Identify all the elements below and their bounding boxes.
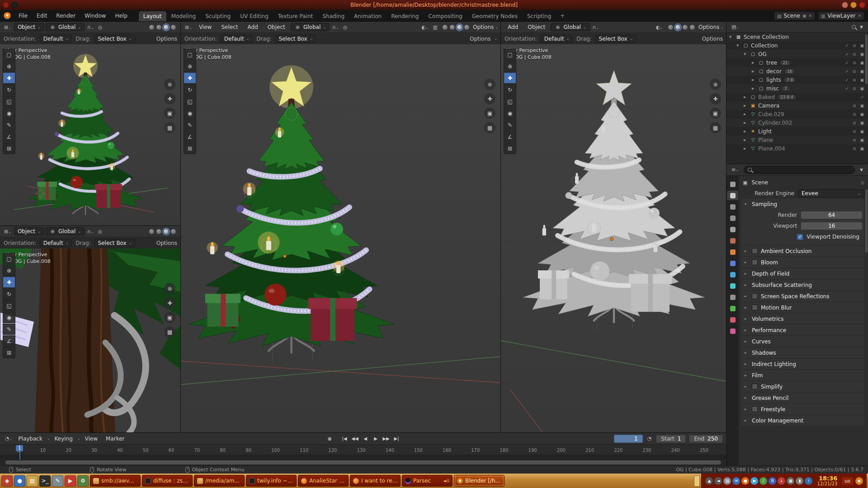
editor-type-icon[interactable]: ◔⌄: [4, 436, 14, 441]
tool-scale[interactable]: ◱: [184, 96, 196, 107]
section-bloom[interactable]: Bloom: [741, 257, 864, 267]
editor-type-icon[interactable]: ⊞⌄: [184, 24, 193, 30]
tool-transform[interactable]: ◉: [3, 108, 15, 119]
section-motion-blur[interactable]: Motion Blur: [741, 302, 864, 313]
expand-arrow-icon[interactable]: [745, 385, 749, 389]
row-label[interactable]: Plane: [758, 137, 773, 143]
tool-add-cube[interactable]: ⊞: [3, 347, 15, 358]
shading-solid-icon[interactable]: [156, 229, 162, 235]
expand-arrow-icon[interactable]: [745, 407, 749, 411]
tool-select-box[interactable]: ▢: [3, 253, 15, 264]
section-checkbox[interactable]: [752, 305, 758, 310]
tool-annotate[interactable]: ✎: [3, 324, 15, 335]
orientation-value-dropdown[interactable]: Default⌄: [541, 35, 573, 43]
viewport-canvas[interactable]: User Perspective (1) OG | Cube.008 ▢⊕✚↻◱…: [0, 44, 181, 226]
orientation-dropdown[interactable]: ⊕Global⌄: [46, 227, 85, 235]
menu-playback[interactable]: Playback: [14, 435, 46, 443]
orientation-dropdown[interactable]: ⊕Global⌄: [46, 23, 85, 31]
properties-scrollbar[interactable]: [865, 189, 868, 253]
tool-cursor[interactable]: ⊕: [504, 61, 516, 72]
outliner-row[interactable]: ▶ ▽ Plane ⊙ ▣: [726, 136, 868, 144]
properties-tab-render[interactable]: [727, 191, 738, 200]
launcher-settings[interactable]: ⚙: [77, 475, 89, 487]
properties-tab-texture[interactable]: [727, 326, 738, 336]
row-visibility-toggles[interactable]: ⊙ ▣: [853, 112, 865, 117]
expand-arrow-icon[interactable]: ▼: [744, 52, 750, 56]
launcher-editor[interactable]: ✎: [52, 475, 63, 487]
tool-move[interactable]: ✚: [184, 72, 196, 84]
row-visibility-toggles[interactable]: ✓ ⊙ ▣: [845, 78, 865, 82]
expand-arrow-icon[interactable]: ▶: [744, 121, 750, 125]
tool-add-cube[interactable]: ⊞: [504, 143, 516, 154]
drag-value-dropdown[interactable]: Select Box⌄: [595, 35, 637, 43]
window-pin-button[interactable]: [11, 2, 18, 8]
tool-rotate[interactable]: ↻: [3, 84, 15, 95]
shading-rendered-icon[interactable]: [464, 24, 470, 30]
taskbar-window-media[interactable]: /media/am...: [194, 475, 245, 487]
tray-messenger-icon[interactable]: ▶: [750, 477, 758, 485]
play-reverse-button[interactable]: ◀: [360, 434, 370, 443]
options-button[interactable]: Options: [156, 36, 177, 42]
menu-add[interactable]: Add: [243, 23, 262, 31]
nav-ortho-toggle-icon[interactable]: ▦: [164, 326, 175, 338]
section-checkbox[interactable]: [752, 259, 758, 265]
menu-view[interactable]: View: [195, 23, 216, 31]
row-label[interactable]: Plane.004: [758, 145, 785, 152]
launcher-files[interactable]: ▤: [27, 475, 38, 487]
tool-select-box[interactable]: ▢: [504, 49, 516, 60]
shading-material-icon[interactable]: [163, 229, 169, 235]
expand-arrow-icon[interactable]: ▶: [752, 61, 758, 65]
orientation-dropdown[interactable]: ⊕Global⌄: [291, 23, 330, 31]
outliner-row[interactable]: ▶ ▢ lights 7 8 ✓ ⊙ ▣: [726, 75, 868, 84]
next-keyframe-button[interactable]: ▶▶: [381, 434, 391, 443]
xray-icon[interactable]: ▥: [432, 24, 439, 30]
overlays-icon[interactable]: ◐⌄: [655, 24, 665, 30]
blender-logo[interactable]: [4, 12, 11, 19]
options-button[interactable]: Options: [473, 24, 494, 30]
tool-scale[interactable]: ◱: [3, 96, 15, 107]
workspace-tab[interactable]: Geometry Nodes: [467, 11, 522, 22]
menu-edit[interactable]: Edit: [33, 12, 51, 20]
viewport-denoising-checkbox[interactable]: [797, 234, 803, 240]
tray-bluetooth-icon[interactable]: B: [769, 477, 776, 485]
shading-wireframe-icon[interactable]: [149, 229, 155, 235]
properties-tab-tool[interactable]: [727, 179, 738, 189]
menu-render[interactable]: Render: [52, 12, 80, 20]
tool-annotate[interactable]: ✎: [504, 119, 516, 131]
outliner-row[interactable]: ▶ ▢ decor 16 ✓ ⊙ ▣: [726, 67, 868, 75]
outliner-row[interactable]: ▼ ▦ Scene Collection: [726, 33, 868, 41]
nav-camera-view-icon[interactable]: ▣: [164, 312, 175, 323]
row-visibility-toggles[interactable]: ✓ ⊙ ▣: [845, 86, 865, 91]
expand-arrow-icon[interactable]: [745, 339, 749, 343]
tool-measure[interactable]: ∠: [184, 131, 196, 142]
expand-arrow-icon[interactable]: [745, 328, 749, 332]
clock[interactable]: 18:36 12/21/23: [817, 475, 837, 486]
shading-wireframe-icon[interactable]: [149, 24, 155, 30]
row-label[interactable]: OG: [758, 51, 767, 57]
section-checkbox[interactable]: [752, 406, 758, 412]
filter-icon[interactable]: ▼: [859, 168, 864, 172]
filter-icon[interactable]: ▼: [859, 25, 864, 29]
tray-battery-icon[interactable]: ▮: [796, 477, 803, 485]
expand-arrow-icon[interactable]: [745, 396, 749, 400]
scene-selector[interactable]: ▤ Scene ▣ ✕: [774, 11, 815, 20]
expand-arrow-icon[interactable]: [745, 260, 749, 264]
tool-rotate[interactable]: ↻: [504, 84, 516, 95]
viewport-bottom-left[interactable]: ⊞⌄ Object⌄ ⊕Global⌄ ∩⌄ ◎ Orientation: De…: [0, 226, 181, 433]
tool-cursor[interactable]: ⊕: [184, 61, 196, 72]
workspace-tab[interactable]: Texture Paint: [274, 11, 317, 22]
add-workspace-button[interactable]: +: [557, 11, 568, 20]
snap-magnet-icon[interactable]: ∩⌄: [331, 24, 340, 30]
expand-arrow-icon[interactable]: ▶: [744, 138, 750, 142]
row-visibility-toggles[interactable]: ✓ ⊙ ▣: [845, 52, 865, 56]
shading-mode-switch[interactable]: [442, 24, 470, 30]
section-volumetrics[interactable]: Volumetrics: [741, 314, 864, 324]
playhead[interactable]: 1: [19, 445, 20, 460]
proportional-edit-icon[interactable]: ◎: [97, 229, 104, 235]
shading-rendered-icon[interactable]: [170, 229, 176, 235]
tool-scale[interactable]: ◱: [504, 96, 516, 107]
outliner-row[interactable]: ▶ ▢ tree 21 ✓ ⊙ ▣: [726, 58, 868, 67]
shading-rendered-icon[interactable]: [689, 24, 695, 30]
row-label[interactable]: Collection: [751, 42, 778, 49]
workspace-tab[interactable]: Animation: [349, 11, 386, 22]
